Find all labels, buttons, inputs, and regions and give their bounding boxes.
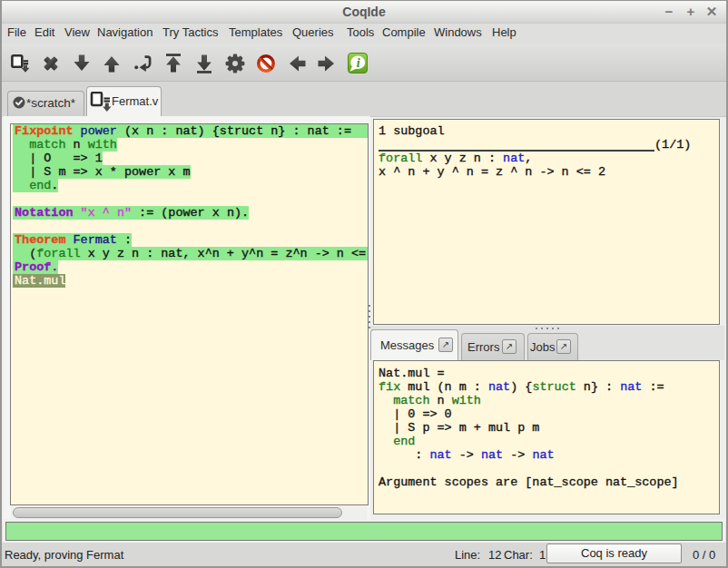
- svg-text:i: i: [357, 56, 360, 70]
